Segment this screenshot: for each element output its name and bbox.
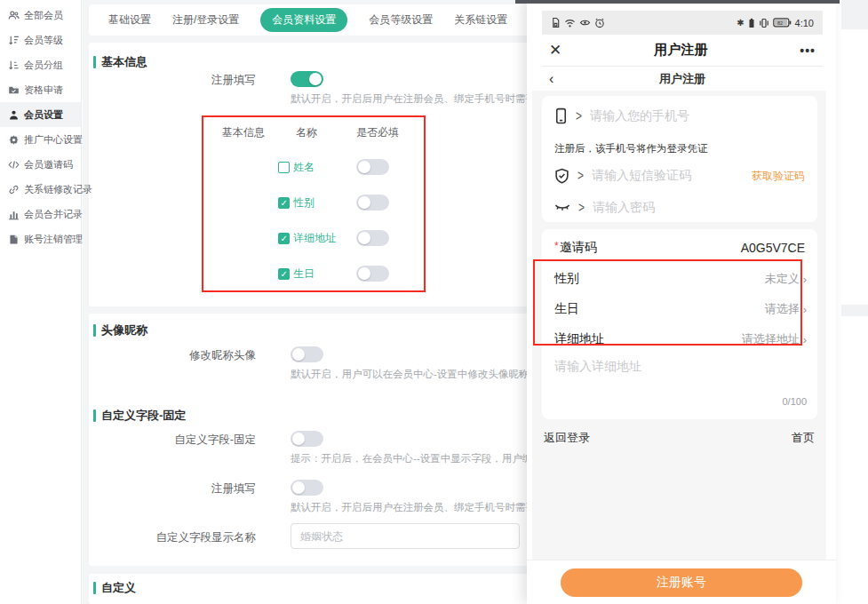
more-menu-icon[interactable]: ••• xyxy=(800,44,816,58)
chevron-right-icon: › xyxy=(803,303,807,316)
sidebar-item-label: 会员等级 xyxy=(24,34,63,47)
password-field[interactable]: > 请输入密码 xyxy=(554,200,805,216)
status-left-icons xyxy=(551,17,605,28)
back-to-login-link[interactable]: 返回登录 xyxy=(544,430,590,446)
section-title-custom: 自定义 xyxy=(93,580,136,596)
required-toggle-gender[interactable] xyxy=(356,195,389,211)
wifi-icon xyxy=(564,18,576,28)
sms-placeholder: 请输入短信验证码 xyxy=(592,168,691,184)
sidebar-item-account-cancel-manage[interactable]: 账号注销管理 xyxy=(0,226,81,251)
required-toggle-name[interactable] xyxy=(356,159,389,175)
phone-body: > 请输入您的手机号 注册后，该手机号将作为登录凭证 > 请输入短信验证码 获取… xyxy=(532,91,826,560)
sidebar-item-label: 推广中心设置 xyxy=(24,133,83,147)
modify-nickname-avatar-toggle[interactable] xyxy=(291,346,323,362)
sidebar-item-promotion-center-settings[interactable]: 推广中心设置 xyxy=(0,127,81,152)
home-link[interactable]: 首页 xyxy=(792,430,815,446)
back-icon[interactable]: ‹ xyxy=(549,72,553,86)
table-row: 生日 xyxy=(278,266,315,282)
char-counter: 0/100 xyxy=(782,396,807,407)
field-name-label: 性别 xyxy=(293,195,315,211)
checkbox-address[interactable] xyxy=(278,233,290,244)
sidebar-item-qualification-apply[interactable]: 资格申请 xyxy=(0,77,81,102)
sim-card-icon xyxy=(551,17,561,28)
section-title-basic-info: 基本信息 xyxy=(93,54,147,70)
section-bar xyxy=(93,409,96,422)
bar-chart-icon xyxy=(8,209,20,220)
get-sms-code-button[interactable]: 获取验证码 xyxy=(752,169,805,184)
sidebar-item-relation-chain-log[interactable]: 关系链修改记录 xyxy=(0,177,81,202)
phone-status-bar: ✱ 82 4:10 xyxy=(542,11,823,35)
battery-icon: 82 xyxy=(773,18,792,28)
chevron-icon: > xyxy=(576,107,582,123)
required-toggle-birthday[interactable] xyxy=(356,266,389,282)
sidebar-item-label: 会员分组 xyxy=(24,59,63,72)
register-fill-toggle[interactable] xyxy=(291,71,323,87)
mobile-field[interactable]: > 请输入您的手机号 xyxy=(554,107,805,124)
phone-page-title: 用户注册 xyxy=(654,42,707,59)
section-title-avatar-nickname: 头像昵称 xyxy=(93,322,147,338)
address-textarea-placeholder[interactable]: 请输入详细地址 xyxy=(554,359,641,375)
sidebar-item-member-merge-log[interactable]: 会员合并记录 xyxy=(0,202,81,226)
mobile-phone-icon xyxy=(554,107,568,124)
tab-basic-settings[interactable]: 基础设置 xyxy=(108,12,151,28)
checkbox-gender[interactable] xyxy=(278,197,290,209)
sidebar-item-member-groups[interactable]: 会员分组 xyxy=(0,52,81,77)
sidebar-item-all-members[interactable]: 全部会员 xyxy=(0,3,81,28)
address-value: 请选择地址 xyxy=(742,331,800,347)
background-block xyxy=(841,305,868,316)
checkbox-name[interactable] xyxy=(278,162,290,173)
sort-groups-icon xyxy=(8,60,20,71)
gender-picker[interactable]: 性别 未定义› xyxy=(554,268,807,290)
app-root: 全部会员 会员等级 会员分组 资格申请 会员设置 推广中心设置 会员邀请码 关 xyxy=(0,0,868,604)
section-bar xyxy=(93,582,96,594)
tab-register-login-settings[interactable]: 注册/登录设置 xyxy=(172,12,239,28)
section-bar xyxy=(93,324,96,337)
section-bar xyxy=(93,56,96,68)
close-icon[interactable]: ✕ xyxy=(549,41,561,60)
sms-code-field[interactable]: > 请输入短信验证码 获取验证码 xyxy=(554,168,805,184)
sidebar-item-label: 账号注销管理 xyxy=(24,233,83,246)
custom-fixed-label: 自定义字段-固定 xyxy=(83,433,256,448)
sidebar-item-label: 会员设置 xyxy=(24,108,63,122)
register-fill-label: 注册填写 xyxy=(83,73,256,88)
birthday-picker[interactable]: 生日 请选择› xyxy=(554,298,807,320)
sidebar-item-label: 会员合并记录 xyxy=(24,208,83,221)
status-time: 4:10 xyxy=(795,18,814,28)
custom-register-fill-toggle[interactable] xyxy=(291,480,323,496)
field-name-label: 生日 xyxy=(293,266,315,282)
birthday-value: 请选择 xyxy=(765,301,800,317)
battery-small-icon xyxy=(748,18,755,28)
sidebar-item-label: 会员邀请码 xyxy=(24,158,73,171)
register-account-button[interactable]: 注册账号 xyxy=(561,568,802,597)
mobile-hint: 注册后，该手机号将作为登录凭证 xyxy=(554,142,708,155)
tab-member-level-settings[interactable]: 会员等级设置 xyxy=(369,12,433,28)
display-name-label: 自定义字段显示名称 xyxy=(83,530,256,545)
display-name-input[interactable] xyxy=(291,523,520,549)
invite-code-row: *邀请码 A0G5V7CE xyxy=(554,240,805,256)
custom-fixed-toggle[interactable] xyxy=(291,431,323,447)
sidebar-item-label: 资格申请 xyxy=(24,83,63,97)
phone-title-bar: ✕ 用户注册 ••• xyxy=(542,35,823,67)
background-block xyxy=(841,0,868,29)
table-row: 姓名 xyxy=(278,160,315,175)
table-header-basic-info: 基本信息 xyxy=(222,125,265,140)
sidebar-item-member-settings[interactable]: 会员设置 xyxy=(0,102,81,127)
checkbox-birthday[interactable] xyxy=(278,268,290,280)
sidebar-item-member-levels[interactable]: 会员等级 xyxy=(0,28,81,52)
address-picker[interactable]: 详细地址 请选择地址› xyxy=(554,329,807,350)
phone-preview-modal: ✱ 82 4:10 ✕ 用户注册 ••• ‹ 用户注册 > 请输入您的手机号 xyxy=(527,0,836,604)
register-fields-card: > 请输入您的手机号 注册后，该手机号将作为登录凭证 > 请输入短信验证码 获取… xyxy=(542,96,817,222)
invite-code-value: A0G5V7CE xyxy=(741,241,805,255)
users-icon xyxy=(8,10,20,21)
sidebar-item-member-invite-code[interactable]: 会员邀请码 xyxy=(0,152,81,177)
phone-nav-bar: ‹ 用户注册 xyxy=(542,68,823,91)
link-icon xyxy=(8,184,20,195)
required-toggle-address[interactable] xyxy=(356,230,389,246)
chevron-right-icon: › xyxy=(803,333,807,346)
field-name-label: 详细地址 xyxy=(293,231,336,246)
modal-top-edge xyxy=(515,0,840,4)
tab-relation-chain-settings[interactable]: 关系链设置 xyxy=(454,12,507,28)
mobile-placeholder: 请输入您的手机号 xyxy=(590,108,689,124)
tab-member-profile-settings[interactable]: 会员资料设置 xyxy=(260,8,347,32)
table-header-name: 名称 xyxy=(296,125,317,140)
